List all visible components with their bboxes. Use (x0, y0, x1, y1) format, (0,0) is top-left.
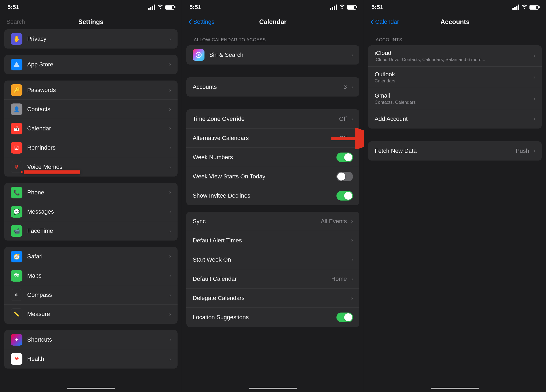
calendar-icon: 📅 (11, 123, 22, 134)
gmail-chevron: › (533, 95, 535, 102)
list-item-phone[interactable]: 📞 Phone › (4, 183, 178, 202)
gmail-label: Gmail (375, 92, 531, 99)
accounts-chevron: › (351, 83, 353, 90)
list-item-defaultcal[interactable]: Default Calendar Home › (186, 269, 360, 289)
list-item-contacts[interactable]: 👤 Contacts › (4, 100, 178, 119)
list-item-startweek[interactable]: Start Week On › (186, 250, 360, 269)
list-item-shortcuts[interactable]: ✦ Shortcuts › (4, 330, 178, 349)
contacts-label: Contacts (27, 106, 167, 113)
safari-chevron: › (169, 253, 171, 260)
settings-panel: 5:51 Search Settings (0, 0, 182, 392)
list-item-gmail[interactable]: Gmail Contacts, Calendars › (368, 88, 542, 109)
startweek-label: Start Week On (193, 256, 349, 263)
list-item-voicememos[interactable]: 🎙 Voice Memos › (4, 157, 178, 177)
contacts-icon: 👤 (11, 103, 22, 115)
list-item-reminders[interactable]: ☑ Reminders › (4, 138, 178, 157)
battery-icon-1 (165, 5, 174, 10)
timezone-chevron: › (351, 115, 353, 122)
accounts-scroll[interactable]: ACCOUNTS iCloud iCloud Drive, Contacts, … (364, 29, 546, 381)
list-item-delegatecal[interactable]: Delegate Calendars › (186, 289, 360, 308)
weeknumbers-toggle[interactable] (336, 153, 353, 162)
compass-label: Compass (27, 291, 167, 298)
list-item-accounts[interactable]: Accounts 3 › (186, 77, 360, 97)
health-label: Health (27, 355, 167, 362)
outlook-subtitle: Calendars (375, 78, 531, 84)
list-item-calendar[interactable]: 📅 Calendar › (4, 119, 178, 138)
locationsugg-toggle[interactable] (336, 313, 353, 322)
maps-chevron: › (169, 272, 171, 279)
list-item-timezone[interactable]: Time Zone Override Off › (186, 109, 360, 129)
health-icon: ❤ (11, 353, 22, 365)
weekview-toggle[interactable] (336, 172, 353, 181)
list-item-weeknumbers[interactable]: Week Numbers (186, 148, 360, 167)
back-to-calendar[interactable]: Calendar (370, 18, 399, 25)
phone-chevron: › (169, 189, 171, 196)
appstore-chevron: › (169, 61, 171, 68)
list-item-altcal[interactable]: Alternative Calendars Off › (186, 129, 360, 148)
list-item-fetchnewdata[interactable]: Fetch New Data Push › (368, 141, 542, 161)
list-item-measure[interactable]: 📏 Measure › (4, 305, 178, 324)
list-item-defaultalert[interactable]: Default Alert Times › (186, 231, 360, 250)
battery-icon-3 (529, 5, 539, 10)
gmail-subtitle: Contacts, Calendars (375, 100, 531, 105)
status-time-3: 5:51 (371, 4, 383, 11)
group-accounts: Accounts 3 › (186, 77, 360, 97)
phone-label: Phone (27, 189, 167, 196)
nav-bar-2[interactable]: Settings Calendar (182, 14, 364, 29)
signal-icon-2 (330, 5, 337, 10)
list-item-messages[interactable]: 💬 Messages › (4, 202, 178, 221)
home-indicator-1 (0, 381, 182, 392)
fetchnewdata-chevron: › (533, 147, 535, 154)
list-item-addaccount[interactable]: Add Account › (368, 109, 542, 129)
passwords-chevron: › (169, 87, 171, 94)
list-item-facetime[interactable]: 📹 FaceTime › (4, 221, 178, 241)
phone-icon: 📞 (11, 187, 22, 198)
search-label-1: Search (6, 18, 25, 25)
list-item-safari[interactable]: 🧭 Safari › (4, 247, 178, 266)
list-item-locationsugg[interactable]: Location Suggestions (186, 308, 360, 327)
settings-scroll[interactable]: ✋ Privacy › App Store › (0, 29, 182, 381)
list-item-passwords[interactable]: 🔑 Passwords › (4, 81, 178, 100)
home-bar-3 (431, 388, 479, 389)
facetime-label: FaceTime (27, 227, 167, 234)
reminders-icon: ☑ (11, 142, 22, 154)
timezone-value: Off (339, 115, 347, 122)
list-item-maps[interactable]: 🗺 Maps › (4, 266, 178, 285)
locationsugg-label: Location Suggestions (193, 314, 337, 321)
list-item-compass[interactable]: ⊕ Compass › (4, 285, 178, 305)
home-indicator-3 (364, 381, 546, 392)
battery-icon-2 (347, 5, 356, 10)
list-item-outlook[interactable]: Outlook Calendars › (368, 67, 542, 88)
status-bar-3: 5:51 (364, 0, 546, 14)
inviteedeclines-label: Show Invitee Declines (193, 192, 337, 199)
nav-bar-3[interactable]: Calendar Accounts (364, 14, 546, 29)
shortcuts-label: Shortcuts (27, 336, 167, 343)
calendar-chevron: › (169, 125, 171, 132)
list-item-health[interactable]: ❤ Health › (4, 349, 178, 369)
list-item-privacy[interactable]: ✋ Privacy › (4, 29, 178, 49)
list-item-icloud[interactable]: iCloud iCloud Drive, Contacts, Calendars… (368, 45, 542, 67)
list-item-siri[interactable]: Siri & Search › (186, 45, 360, 65)
fetchnewdata-value: Push (516, 147, 529, 154)
maps-icon: 🗺 (11, 270, 22, 282)
status-time-1: 5:51 (7, 4, 19, 11)
list-item-sync[interactable]: Sync All Events › (186, 212, 360, 231)
voicememos-chevron: › (169, 163, 171, 170)
outlook-chevron: › (533, 74, 535, 81)
group-privacy-appstore: ✋ Privacy › (4, 29, 178, 49)
inviteedeclines-toggle[interactable] (336, 191, 353, 201)
list-item-inviteedeclines[interactable]: Show Invitee Declines (186, 186, 360, 205)
list-item-appstore[interactable]: App Store › (4, 55, 178, 74)
reminders-label: Reminders (27, 144, 167, 151)
group-siri: Siri & Search › (186, 45, 360, 65)
list-item-weekview[interactable]: Week View Starts On Today (186, 167, 360, 186)
status-time-2: 5:51 (190, 4, 201, 11)
back-to-settings[interactable]: Settings (188, 18, 215, 25)
gmail-stack: Gmail Contacts, Calendars (375, 92, 531, 105)
calendar-scroll[interactable]: ALLOW CALENDAR TO ACCESS Siri & Search ›… (182, 29, 364, 381)
outlook-label: Outlook (375, 71, 531, 78)
contacts-chevron: › (169, 106, 171, 113)
siri-icon (193, 49, 204, 61)
shortcuts-chevron: › (169, 336, 171, 343)
defaultalert-label: Default Alert Times (193, 237, 349, 244)
